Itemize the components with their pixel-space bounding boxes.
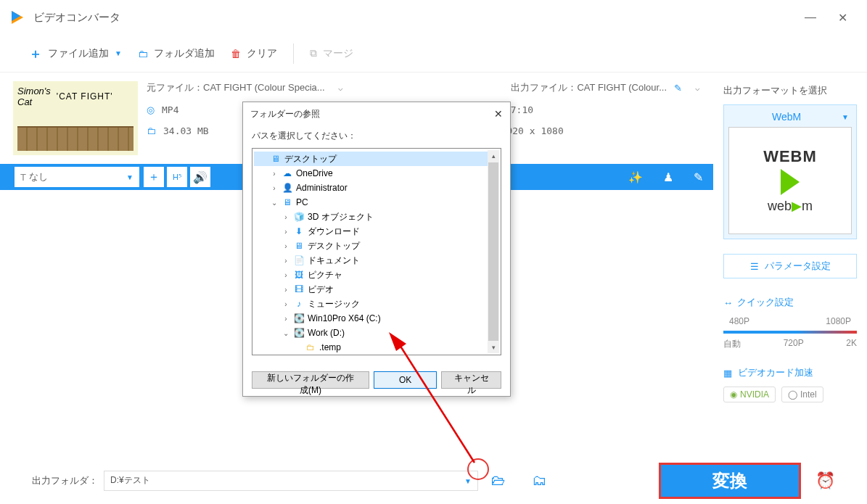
- tree-3dobjects[interactable]: ›🧊3D オブジェクト: [254, 210, 499, 224]
- play-icon: [781, 169, 800, 195]
- browse-folder-icon[interactable]: 🗁: [491, 472, 506, 489]
- merge-icon: ⧉: [310, 47, 317, 59]
- output-folder-label: 出力フォルダ：: [32, 474, 98, 487]
- plus-icon: ＋: [148, 170, 160, 185]
- gpu-label: ビデオカード加速: [738, 366, 813, 379]
- arrow-icon: ↔: [723, 297, 733, 308]
- speaker-icon: 🔊: [193, 170, 207, 184]
- bottom-bar: 出力フォルダ： D:¥テスト ▼ 🗁 🗂 変換 ⏰: [0, 457, 867, 504]
- size-label: 34.03 MB: [163, 125, 209, 136]
- tree-desktop[interactable]: 🖥デスクトップ: [254, 152, 499, 166]
- tree-desktop2[interactable]: ›🖥デスクトップ: [254, 239, 499, 253]
- format-preview: WEBM web▶m: [728, 127, 852, 234]
- chevron-down-icon[interactable]: ▼: [115, 49, 122, 57]
- toolbar: ＋ ファイル追加 ▼ 🗀 フォルダ追加 🗑 クリア ⧉ マージ: [0, 35, 867, 73]
- param-label: パラメータ設定: [765, 260, 831, 273]
- res-720p[interactable]: 720P: [784, 338, 804, 350]
- video-thumbnail[interactable]: Simon's Cat 'CAT FIGHT': [13, 81, 138, 155]
- effects-icon[interactable]: ✨: [628, 170, 643, 184]
- add-file-label: ファイル追加: [48, 47, 109, 60]
- dialog-title: フォルダーの参照: [250, 108, 320, 120]
- sliders-icon: ☰: [750, 261, 759, 272]
- add-file-button[interactable]: ＋ ファイル追加 ▼: [29, 45, 122, 62]
- text-icon: T: [20, 172, 26, 183]
- nvidia-badge[interactable]: ◉NVIDIA: [723, 387, 776, 402]
- add-subtitle-button[interactable]: ＋: [144, 167, 164, 187]
- intel-icon: ◯: [788, 389, 797, 400]
- ok-button[interactable]: OK: [374, 371, 437, 389]
- nvidia-icon: ◉: [730, 389, 737, 400]
- tree-documents[interactable]: ›📄ドキュメント: [254, 253, 499, 268]
- res-auto[interactable]: 自動: [723, 338, 741, 350]
- dialog-close-icon[interactable]: ✕: [494, 108, 503, 120]
- minimize-button[interactable]: —: [794, 1, 826, 33]
- intel-badge[interactable]: ◯Intel: [781, 387, 823, 402]
- resolution-slider[interactable]: [723, 331, 857, 334]
- merge-button[interactable]: ⧉ マージ: [310, 47, 353, 60]
- tree-music[interactable]: ›♪ミュージック: [254, 297, 499, 311]
- webm-text-top: WEBM: [763, 147, 817, 166]
- output-path-input[interactable]: D:¥テスト ▼: [104, 471, 478, 491]
- res-2k[interactable]: 2K: [846, 338, 857, 350]
- app-title: ビデオコンバータ: [33, 11, 120, 25]
- divider: [293, 44, 294, 64]
- new-folder-button[interactable]: 新しいフォルダーの作成(M): [252, 371, 369, 389]
- scroll-thumb[interactable]: [488, 162, 498, 341]
- format-label: MP4: [162, 104, 178, 115]
- tree-temp[interactable]: 🗀.temp: [254, 340, 499, 355]
- add-folder-label: フォルダ追加: [154, 47, 215, 60]
- src-file-label: 元ファイル：CAT FIGHT (Colour Specia...: [147, 81, 325, 94]
- tree-pictures[interactable]: ›🖼ピクチャ: [254, 268, 499, 282]
- schedule-icon[interactable]: ⏰: [815, 471, 835, 490]
- edit-output-icon[interactable]: ✎: [674, 83, 682, 94]
- subtitle-select[interactable]: T なし ▼: [15, 167, 139, 187]
- tree-onedrive[interactable]: ›☁OneDrive: [254, 166, 499, 181]
- res-480p: 480P: [729, 316, 749, 326]
- quick-settings-head: ↔ クイック設定: [723, 296, 857, 309]
- folder-browse-dialog: フォルダーの参照 ✕ パスを選択してください： 🖥デスクトップ ›☁OneDri…: [242, 102, 511, 397]
- tree-cdrive[interactable]: ›💽Win10Pro X64 (C:): [254, 311, 499, 326]
- chip-icon: ▦: [723, 368, 732, 379]
- scroll-up-icon[interactable]: ▴: [488, 150, 499, 162]
- close-button[interactable]: ✕: [826, 1, 858, 33]
- add-folder-button[interactable]: 🗀 フォルダ追加: [138, 47, 215, 60]
- quick-label: クイック設定: [737, 296, 794, 309]
- edit-icon[interactable]: ✎: [694, 170, 703, 184]
- size-icon: 🗀: [147, 125, 156, 136]
- chevron-down-icon[interactable]: ⌵: [695, 83, 700, 93]
- tree-ddrive[interactable]: ⌄💽Work (D:): [254, 326, 499, 340]
- out-file-label: 出力ファイル：CAT FIGHT (Colour...: [511, 81, 667, 94]
- tree-downloads[interactable]: ›⬇ダウンロード: [254, 224, 499, 239]
- merge-label: マージ: [323, 47, 353, 60]
- tree-pc[interactable]: ⌄🖥PC: [254, 195, 499, 210]
- tree-admin[interactable]: ›👤Administrator: [254, 181, 499, 195]
- clear-button[interactable]: 🗑 クリア: [231, 47, 277, 60]
- thumb-title-2: Cat: [17, 96, 51, 107]
- output-path-value: D:¥テスト: [110, 474, 150, 487]
- open-folder-icon[interactable]: 🗂: [532, 472, 546, 489]
- chevron-down-icon[interactable]: ⌵: [338, 83, 343, 93]
- audio-button[interactable]: 🔊: [190, 167, 210, 187]
- subtitle-adjust-button[interactable]: H⁵: [167, 167, 187, 187]
- app-logo-icon: [9, 9, 26, 26]
- format-name: WebM: [772, 111, 801, 123]
- folder-plus-icon: 🗀: [138, 48, 148, 59]
- convert-button[interactable]: 変換: [659, 463, 801, 499]
- watermark-icon[interactable]: ♟: [663, 170, 673, 184]
- chevron-down-icon: ▼: [842, 113, 849, 121]
- scroll-down-icon[interactable]: ▾: [488, 342, 499, 353]
- dialog-prompt: パスを選択してください：: [252, 130, 501, 142]
- subtitle-value: なし: [29, 170, 48, 183]
- thumb-title-1: Simon's: [17, 86, 51, 96]
- chevron-down-icon[interactable]: ▼: [464, 477, 472, 485]
- format-selector[interactable]: WebM ▼ WEBM web▶m: [723, 104, 857, 239]
- output-format-head: 出力フォーマットを選択: [723, 84, 857, 97]
- parameter-settings-button[interactable]: ☰ パラメータ設定: [723, 254, 857, 278]
- res-1080p: 1080P: [826, 316, 851, 326]
- tree-videos[interactable]: ›🎞ビデオ: [254, 282, 499, 297]
- right-panel: 出力フォーマットを選択 WebM ▼ WEBM web▶m ☰ パラメータ設定 …: [713, 73, 867, 457]
- cancel-button[interactable]: キャンセル: [441, 371, 501, 389]
- tree-scrollbar[interactable]: ▴ ▾: [488, 150, 499, 353]
- folder-tree[interactable]: 🖥デスクトップ ›☁OneDrive ›👤Administrator ⌄🖥PC …: [252, 148, 501, 355]
- clear-label: クリア: [247, 47, 277, 60]
